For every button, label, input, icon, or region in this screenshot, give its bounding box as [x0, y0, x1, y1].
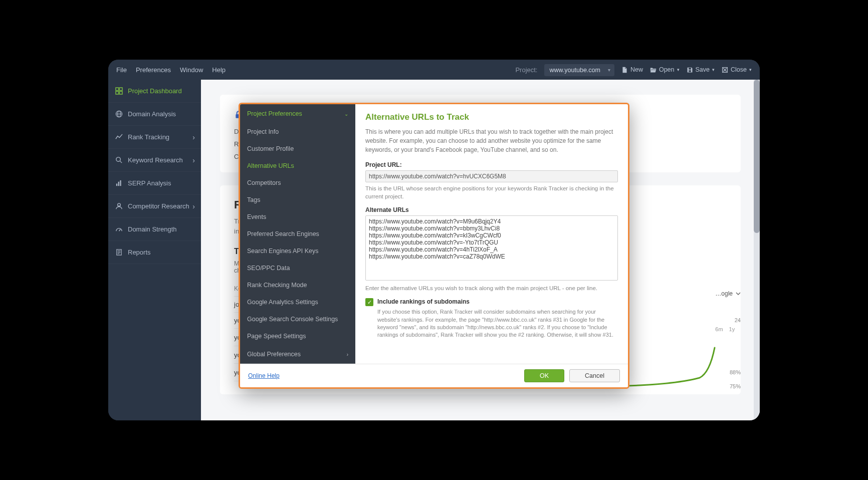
svg-rect-3 [119, 91, 122, 94]
sidebar-label: Domain Analysis [128, 110, 176, 118]
chart-line-icon [115, 133, 123, 141]
ms-events[interactable]: Events [240, 208, 355, 225]
group-project-preferences[interactable]: Project Preferences⌄ [240, 104, 355, 123]
search-icon [115, 156, 123, 164]
menu-file[interactable]: File [116, 66, 127, 74]
sidebar-label: Rank Tracking [128, 133, 169, 141]
chevron-down-icon [736, 291, 741, 296]
modal-footer: Online Help OK Cancel [240, 364, 628, 387]
gauge-icon [115, 225, 123, 233]
chart-panel: …ogle 24 6m 1y 88% 75% [715, 290, 741, 389]
svg-line-13 [119, 229, 121, 231]
alt-urls-note: Enter the alternative URLs you wish to t… [365, 284, 618, 292]
chevron-down-icon: ⌄ [344, 111, 348, 116]
modal-description: This is where you can add multiple URLs … [365, 127, 618, 154]
close-icon [722, 67, 728, 73]
svg-point-7 [116, 157, 120, 161]
chevron-right-icon: › [347, 351, 348, 357]
group-global-preferences[interactable]: Global Preferences› [240, 345, 355, 364]
save-icon [687, 67, 693, 73]
svg-line-8 [120, 161, 122, 163]
ms-customer-profile[interactable]: Customer Profile [240, 140, 355, 157]
project-url-input[interactable] [365, 170, 618, 182]
user-icon [115, 202, 123, 210]
ms-rank-mode[interactable]: Rank Checking Mode [240, 277, 355, 294]
online-help-link[interactable]: Online Help [248, 372, 280, 379]
menubar: File Preferences Window Help Project: ww… [108, 60, 760, 80]
svg-rect-10 [118, 182, 119, 186]
menu-window[interactable]: Window [180, 66, 203, 74]
globe-icon [115, 110, 123, 118]
svg-rect-2 [116, 91, 119, 94]
project-url-note: This is the URL whose search engine posi… [365, 184, 618, 200]
svg-rect-0 [116, 88, 119, 91]
sidebar: Project Dashboard Domain Analysis Rank T… [108, 80, 201, 420]
sidebar-label: SERP Analysis [128, 179, 171, 187]
sidebar-item-keyword-research[interactable]: Keyword Research [108, 149, 201, 172]
sidebar-label: Reports [128, 249, 151, 256]
range-1y[interactable]: 1y [729, 326, 735, 332]
y-88: 88% [715, 369, 741, 375]
include-subdomains-desc: If you choose this option, Rank Tracker … [365, 308, 618, 339]
ms-preferred-se[interactable]: Preferred Search Engines [240, 225, 355, 243]
ms-competitors[interactable]: Competitors [240, 174, 355, 191]
menu-help[interactable]: Help [212, 66, 226, 74]
ms-gsc-settings[interactable]: Google Search Console Settings [240, 311, 355, 328]
project-url-label: Project URL: [365, 161, 618, 168]
close-button[interactable]: Close ▾ [722, 66, 752, 73]
preferences-modal: Project Preferences⌄ Project Info Custom… [239, 103, 629, 389]
se-dropdown[interactable]: …ogle [715, 290, 741, 297]
svg-rect-11 [120, 180, 121, 186]
sidebar-item-reports[interactable]: Reports [108, 241, 201, 264]
report-icon [115, 249, 123, 256]
ms-tags[interactable]: Tags [240, 191, 355, 208]
menu-preferences[interactable]: Preferences [136, 66, 171, 74]
y-75: 75% [715, 383, 741, 389]
svg-rect-1 [119, 88, 122, 91]
cancel-button[interactable]: Cancel [569, 369, 620, 382]
file-icon [621, 67, 628, 73]
open-button[interactable]: Open ▾ [650, 66, 680, 73]
sidebar-label: Competitor Research [128, 202, 189, 210]
sidebar-item-dashboard[interactable]: Project Dashboard [108, 80, 201, 103]
scrollbar[interactable] [754, 80, 760, 420]
ms-seo-ppc[interactable]: SEO/PPC Data [240, 260, 355, 277]
sidebar-item-serp-analysis[interactable]: SERP Analysis [108, 172, 201, 195]
modal-sidebar: Project Preferences⌄ Project Info Custom… [240, 104, 355, 364]
save-button[interactable]: Save ▾ [687, 66, 715, 73]
modal-content: Alternative URLs to Track This is where … [355, 104, 628, 364]
app-window: File Preferences Window Help Project: ww… [108, 60, 760, 420]
ms-page-speed[interactable]: Page Speed Settings [240, 328, 355, 345]
chart-top-label: 24 [715, 317, 741, 323]
range-6m[interactable]: 6m [715, 326, 723, 332]
sidebar-item-domain-analysis[interactable]: Domain Analysis [108, 103, 201, 126]
sidebar-label: Project Dashboard [128, 87, 182, 95]
ms-alternative-urls[interactable]: Alternative URLs [240, 157, 355, 174]
modal-title: Alternative URLs to Track [365, 112, 618, 122]
ok-button[interactable]: OK [524, 369, 564, 382]
ms-project-info[interactable]: Project Info [240, 123, 355, 140]
bars-icon [115, 179, 123, 187]
dashboard-icon [115, 87, 123, 95]
sidebar-item-domain-strength[interactable]: Domain Strength [108, 218, 201, 241]
sidebar-label: Keyword Research [128, 156, 183, 164]
include-subdomains-checkbox[interactable]: ✓ [365, 298, 373, 306]
alt-urls-label: Alternate URLs [365, 206, 618, 213]
sidebar-item-rank-tracking[interactable]: Rank Tracking [108, 126, 201, 149]
sidebar-item-competitor-research[interactable]: Competitor Research [108, 195, 201, 218]
project-selector[interactable]: www.youtube.com [544, 64, 614, 76]
project-label: Project: [515, 66, 537, 74]
include-subdomains-label: Include rankings of subdomains [377, 298, 470, 305]
ms-se-api[interactable]: Search Engines API Keys [240, 243, 355, 260]
alt-urls-textarea[interactable] [365, 215, 618, 281]
svg-point-12 [118, 203, 121, 206]
new-button[interactable]: New [621, 66, 643, 73]
sidebar-label: Domain Strength [128, 225, 177, 233]
svg-rect-9 [116, 183, 117, 186]
folder-open-icon [650, 67, 657, 73]
ms-ga-settings[interactable]: Google Analytics Settings [240, 294, 355, 311]
